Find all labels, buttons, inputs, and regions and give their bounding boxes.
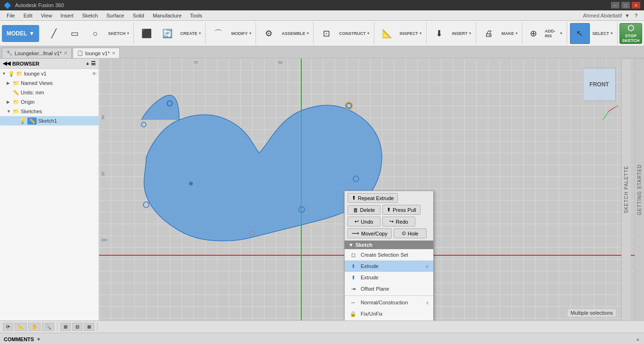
- grid-view-button[interactable]: ⊞: [60, 323, 71, 331]
- ctx-offset-plane[interactable]: ⇥ Offset Plane: [345, 283, 433, 294]
- tab-0[interactable]: 🔧 Loungeker...final v1* ✕: [2, 48, 72, 58]
- tree-item-units[interactable]: 📏 Units: mm: [0, 88, 99, 97]
- select-section-label[interactable]: SELECT ▼: [591, 30, 615, 37]
- ctx-undo-button[interactable]: ↩ Undo: [347, 217, 380, 227]
- tree-item-sketches[interactable]: ▼ 📁 Sketches: [0, 107, 99, 116]
- tab-1-icon: 📋: [77, 50, 83, 56]
- context-menu-top-section: ⬆ Repeat Extrude 🗑 Delete ⬆ Press Pull: [345, 191, 433, 241]
- tree-item-lounge-v1[interactable]: ▼ 💡 📁 lounge v1 👁: [0, 69, 99, 78]
- ctx-extrude-1[interactable]: ⬆ Extrude e: [345, 260, 433, 272]
- zoom-button[interactable]: 🔍: [42, 323, 54, 331]
- stop-sketch-button[interactable]: ⬡ STOP SKETCH: [619, 23, 642, 44]
- menu-item-file[interactable]: File: [3, 12, 19, 19]
- pan-button[interactable]: ✋: [28, 323, 41, 331]
- ctx-fix-unfix[interactable]: 🔒 Fix/UnFix: [345, 308, 433, 319]
- ctx-redo-button[interactable]: ↪ Redo: [382, 217, 415, 227]
- toolbar-btn-make[interactable]: 🖨: [479, 23, 499, 44]
- sketch-dropdown-icon: ▼: [126, 32, 130, 35]
- maximize-button[interactable]: □: [621, 2, 630, 8]
- toolbar-btn-extrude[interactable]: ⬛: [137, 23, 157, 44]
- fillet-icon: ⌒: [214, 29, 223, 38]
- ctx-hole-button[interactable]: ⊙ Hole: [394, 228, 427, 238]
- close-button[interactable]: ✕: [632, 2, 640, 8]
- tree-label-2: Units: mm: [21, 90, 97, 95]
- toolbar-btn-select[interactable]: ↖: [570, 23, 590, 44]
- tree-item-origin[interactable]: ▶ 📁 Origin: [0, 97, 99, 107]
- browser-collapse-icon: ◀◀: [3, 60, 10, 67]
- toolbar-btn-joint[interactable]: ⚙: [259, 23, 279, 44]
- getting-started-panel[interactable]: GETTING STARTED: [635, 59, 644, 320]
- ctx-repeat-extrude-button[interactable]: ⬆ Repeat Extrude: [347, 193, 398, 203]
- menu-item-view[interactable]: View: [37, 12, 56, 19]
- toolbar-btn-measure[interactable]: 📐: [377, 23, 397, 44]
- user-dropdown-icon[interactable]: ▼: [625, 13, 630, 18]
- ctx-toggle-curvature[interactable]: 〰 Toggle Curvature Display: [345, 319, 433, 320]
- sketch-palette-label: SKETCH PALETTE: [624, 166, 629, 213]
- app-title: Autodesk Fusion 360: [15, 2, 607, 8]
- toolbar-group-assemble: ⚙ ASSEMBLE ▼: [257, 22, 314, 45]
- toolbar-btn-fillet[interactable]: ⌒: [208, 23, 228, 44]
- tab-1-close[interactable]: ✕: [112, 50, 116, 56]
- menu-item-surface[interactable]: Surface: [103, 12, 128, 19]
- menu-item-insert[interactable]: Insert: [57, 12, 77, 19]
- press-pull-icon: ⬆: [387, 207, 391, 213]
- toolbar-group-make: 🖨 MAKE ▼: [477, 22, 522, 45]
- addins-section-label[interactable]: ADD-INS ▼: [543, 28, 565, 39]
- toolbar-btn-line[interactable]: ╱: [44, 23, 64, 44]
- menu-item-manufacture[interactable]: Manufacture: [149, 12, 185, 19]
- eye-icon-0[interactable]: 👁: [92, 71, 97, 76]
- svg-text:X: X: [616, 104, 618, 109]
- undo-icon: ↩: [355, 218, 359, 225]
- toolbar-btn-circle[interactable]: ○: [85, 23, 105, 44]
- ctx-sketch-header: ▼ Sketch: [345, 241, 433, 249]
- sketch-palette-panel[interactable]: SKETCH PALETTE: [621, 59, 631, 320]
- menu-item-sketch[interactable]: Sketch: [78, 12, 102, 19]
- ctx-move-copy-button[interactable]: ⟿ Move/Copy: [347, 228, 392, 238]
- toolbar-btn-revolve[interactable]: 🔄: [157, 23, 177, 44]
- toolbar-btn-addins[interactable]: ⊕: [525, 23, 542, 44]
- browser-header[interactable]: ◀◀ BROWSER + ☰: [0, 59, 99, 69]
- sketch-section-label[interactable]: SKETCH ▼: [106, 30, 132, 37]
- construct-section-label[interactable]: CONSTRUCT ▼: [337, 30, 372, 37]
- comments-collapse-icon[interactable]: ▲: [636, 336, 640, 342]
- viewport[interactable]: 50 25 75 50 100 FRONT X Y ⬆: [99, 59, 644, 320]
- toolbar-btn-insert[interactable]: ⬇: [429, 23, 449, 44]
- create-section-label[interactable]: CREATE ▼: [178, 30, 203, 37]
- snap-button[interactable]: ⟳: [3, 323, 13, 331]
- browser-menu-icon[interactable]: ☰: [91, 60, 96, 67]
- toolbar-btn-plane[interactable]: ⊡: [316, 23, 336, 44]
- browser-add-icon[interactable]: +: [86, 61, 89, 67]
- tree-label-5: Sketch1: [38, 118, 97, 124]
- tile-view-button[interactable]: ⊠: [84, 323, 94, 331]
- ctx-extrude-2[interactable]: ⬆ Extrude: [345, 272, 433, 283]
- tree-item-sketch1[interactable]: 💡 ✏️ Sketch1: [0, 116, 99, 126]
- assemble-section-label[interactable]: ASSEMBLE ▼: [280, 30, 311, 37]
- minimize-button[interactable]: ─: [611, 2, 619, 8]
- fix-unfix-label: Fix/UnFix: [361, 311, 382, 317]
- ruler-y-label: 50: [101, 115, 105, 119]
- bulb-icon-5: 💡: [19, 118, 26, 124]
- tab-1[interactable]: 📋 lounge v1* ✕: [73, 48, 120, 58]
- insert-section-label[interactable]: INSERT ▼: [450, 30, 474, 37]
- model-button[interactable]: MODEL ▼: [2, 25, 39, 42]
- view-cube[interactable]: FRONT: [583, 68, 616, 101]
- tree-item-named-views[interactable]: ▶ 📁 Named Views: [0, 78, 99, 88]
- list-view-button[interactable]: ⊟: [72, 323, 83, 331]
- ctx-delete-button[interactable]: 🗑 Delete: [347, 205, 380, 215]
- modify-section-label[interactable]: MODIFY ▼: [229, 30, 254, 37]
- ctx-normal-construction[interactable]: ↔ Normal/Construction x: [345, 297, 433, 308]
- menu-item-edit[interactable]: Edit: [20, 12, 36, 19]
- help-button[interactable]: ?: [631, 12, 641, 19]
- tab-0-close[interactable]: ✕: [64, 50, 67, 56]
- menu-item-tools[interactable]: Tools: [186, 12, 206, 19]
- add-comment-button[interactable]: +: [37, 336, 41, 343]
- construct-dropdown-icon: ▼: [367, 32, 370, 35]
- ctx-create-selection-set[interactable]: ◻ Create Selection Set: [345, 249, 433, 260]
- make-section-label[interactable]: MAKE ▼: [500, 30, 520, 37]
- snap2-button[interactable]: 📐: [15, 323, 27, 331]
- inspect-section-label[interactable]: INSPECT ▼: [398, 30, 424, 37]
- ctx-press-pull-button[interactable]: ⬆ Press Pull: [382, 205, 421, 215]
- normal-construction-shortcut: x: [426, 300, 429, 305]
- menu-item-solid[interactable]: Solid: [129, 12, 148, 19]
- toolbar-btn-rect[interactable]: ▭: [65, 23, 84, 44]
